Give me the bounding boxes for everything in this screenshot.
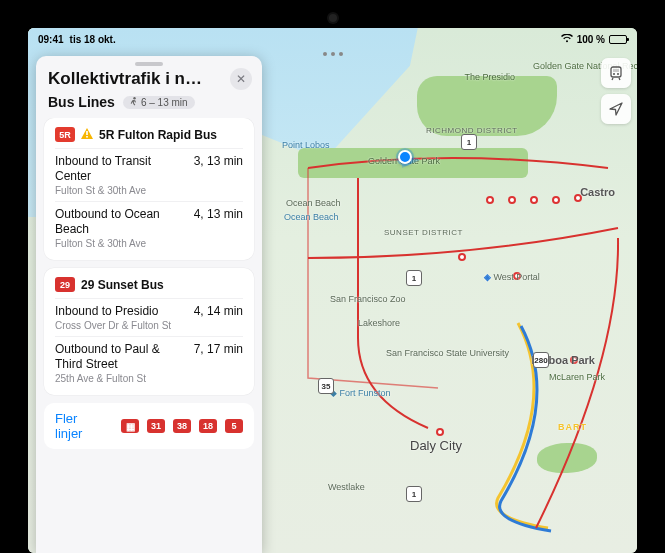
svg-point-2	[617, 73, 619, 75]
lines-list[interactable]: 5R 5R Fulton Rapid Bus Inbound to Transi…	[36, 118, 262, 457]
map-label: Point Lobos	[282, 140, 330, 150]
close-icon: ✕	[236, 72, 246, 86]
line-badge: 18	[199, 419, 217, 433]
direction-row[interactable]: Outbound to Paul & Third Street 25th Ave…	[55, 336, 243, 389]
direction-stop: Cross Over Dr & Fulton St	[55, 320, 186, 331]
locate-me-button[interactable]	[601, 94, 631, 124]
direction-stop: Fulton St & 30th Ave	[55, 185, 186, 196]
bus-line-card[interactable]: 29 29 Sunset Bus Inbound to Presidio Cro…	[44, 268, 254, 395]
direction-title: Inbound to Transit Center	[55, 154, 186, 184]
svg-rect-6	[86, 136, 88, 138]
status-time: 09:41	[38, 34, 64, 45]
map-label: Golden Gate National Recreation Area	[533, 62, 603, 71]
map-label: Westlake	[328, 482, 365, 492]
transit-stop[interactable]	[508, 196, 516, 204]
device-frame: 09:41 tis 18 okt. 100 %	[0, 0, 665, 553]
highway-shield: 1	[406, 486, 422, 502]
status-bar: 09:41 tis 18 okt. 100 %	[28, 28, 637, 48]
direction-stop: Fulton St & 30th Ave	[55, 238, 186, 249]
svg-rect-5	[86, 131, 88, 135]
svg-point-1	[613, 73, 615, 75]
map-label: San Francisco Zoo	[330, 294, 400, 304]
map-label: The Presidio	[464, 72, 515, 82]
line-badge: ▦	[121, 419, 139, 433]
close-button[interactable]: ✕	[230, 68, 252, 90]
line-badge: 29	[55, 277, 75, 292]
panel-grabber[interactable]	[135, 62, 163, 66]
direction-title: Inbound to Presidio	[55, 304, 186, 319]
transit-panel: Kollektivtrafik i n… ✕ Bus Lines 6 – 13 …	[36, 56, 262, 553]
line-name: 5R Fulton Rapid Bus	[99, 128, 217, 142]
transit-stop[interactable]	[458, 253, 466, 261]
direction-row[interactable]: Inbound to Transit Center Fulton St & 30…	[55, 148, 243, 201]
svg-rect-3	[613, 69, 619, 72]
direction-eta: 4, 14 min	[194, 304, 243, 331]
highway-shield: 280	[533, 352, 549, 368]
transit-stop[interactable]	[530, 196, 538, 204]
map-label: ◆ Fort Funston	[330, 388, 391, 398]
line-badge: 31	[147, 419, 165, 433]
direction-stop: 25th Ave & Fulton St	[55, 373, 186, 384]
map-label: Daly City	[410, 438, 462, 453]
map-label: San Francisco State University	[386, 348, 466, 358]
battery-icon	[609, 35, 627, 44]
map-label: Ocean Beach	[284, 212, 339, 222]
map-label: Ocean Beach	[286, 198, 341, 208]
multitask-dots-icon[interactable]	[323, 52, 343, 56]
transit-stop[interactable]	[486, 196, 494, 204]
map-label: Castro	[580, 186, 615, 198]
battery-percent: 100 %	[577, 34, 605, 45]
line-badge: 38	[173, 419, 191, 433]
transit-stop[interactable]	[436, 428, 444, 436]
user-location-dot[interactable]	[398, 150, 412, 164]
map-label: ◈ West Portal	[484, 272, 540, 282]
highway-shield: 1	[461, 134, 477, 150]
map-label: BART	[558, 422, 587, 432]
device-camera	[329, 14, 337, 22]
section-title: Bus Lines	[48, 94, 115, 110]
line-name: 29 Sunset Bus	[81, 278, 164, 292]
line-badge: 5	[225, 419, 243, 433]
map-controls	[601, 58, 631, 124]
map-label: Lakeshore	[358, 318, 400, 328]
more-lines-label: Fler linjer	[55, 411, 105, 441]
walk-time-chip: 6 – 13 min	[123, 96, 195, 109]
walk-icon	[130, 97, 138, 107]
line-badge: 5R	[55, 127, 75, 142]
map-label: McLaren Park	[549, 372, 605, 382]
panel-title: Kollektivtrafik i n…	[48, 69, 224, 89]
direction-title: Outbound to Ocean Beach	[55, 207, 186, 237]
wifi-icon	[561, 34, 573, 45]
highway-shield: 35	[318, 378, 334, 394]
direction-eta: 3, 13 min	[194, 154, 243, 196]
map-label: SUNSET DISTRICT	[384, 228, 463, 237]
status-date: tis 18 okt.	[70, 34, 116, 45]
direction-eta: 7, 17 min	[194, 342, 243, 384]
transit-mode-button[interactable]	[601, 58, 631, 88]
more-lines-row[interactable]: Fler linjer ▦ 31 38 18 5	[44, 403, 254, 449]
bus-line-card[interactable]: 5R 5R Fulton Rapid Bus Inbound to Transi…	[44, 118, 254, 260]
direction-row[interactable]: Inbound to Presidio Cross Over Dr & Fult…	[55, 298, 243, 336]
direction-eta: 4, 13 min	[194, 207, 243, 249]
direction-title: Outbound to Paul & Third Street	[55, 342, 186, 372]
highway-shield: 1	[406, 270, 422, 286]
svg-point-4	[133, 97, 135, 99]
direction-row[interactable]: Outbound to Ocean Beach Fulton St & 30th…	[55, 201, 243, 254]
transit-stop[interactable]	[552, 196, 560, 204]
alert-icon	[81, 128, 93, 142]
screen: 09:41 tis 18 okt. 100 %	[28, 28, 637, 553]
